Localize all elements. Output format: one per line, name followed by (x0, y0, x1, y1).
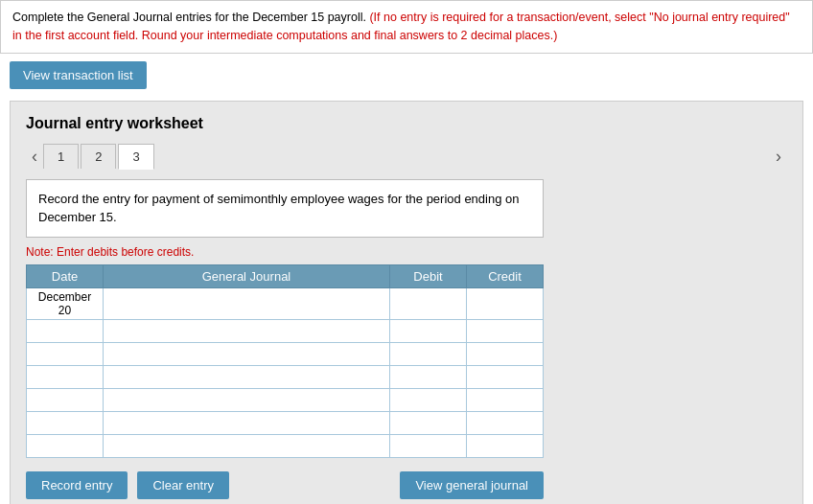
col-header-debit: Debit (390, 264, 467, 287)
credit-input-6[interactable] (467, 412, 543, 434)
gj-input-cell-1[interactable] (104, 287, 390, 319)
debit-input-3[interactable] (390, 343, 466, 365)
worksheet-container: Journal entry worksheet ‹ 1 2 3 › Record… (10, 101, 803, 505)
table-row (27, 319, 544, 342)
debit-input-cell-5[interactable] (390, 388, 467, 411)
gj-input-4[interactable] (104, 366, 389, 388)
view-general-journal-button[interactable]: View general journal (400, 471, 544, 499)
debit-input-1[interactable] (390, 288, 466, 319)
gj-input-cell-3[interactable] (104, 342, 390, 365)
debit-input-7[interactable] (390, 435, 466, 457)
tab-2[interactable]: 2 (81, 144, 116, 169)
record-entry-button[interactable]: Record entry (26, 471, 128, 499)
note-text: Note: Enter debits before credits. (26, 245, 787, 259)
credit-input-cell-2[interactable] (467, 319, 544, 342)
debit-input-cell-6[interactable] (390, 411, 467, 434)
debit-input-5[interactable] (390, 389, 466, 411)
col-header-general-journal: General Journal (104, 264, 390, 287)
action-buttons: Record entry Clear entry View general jo… (26, 471, 544, 499)
gj-input-2[interactable] (104, 320, 389, 342)
table-row (27, 411, 544, 434)
table-row (27, 388, 544, 411)
debit-input-2[interactable] (390, 320, 466, 342)
tab-prev-arrow[interactable]: ‹ (26, 145, 43, 169)
table-row (27, 434, 544, 457)
view-transaction-button[interactable]: View transaction list (10, 61, 147, 89)
instruction-banner: Complete the General Journal entries for… (0, 0, 813, 54)
date-cell-3 (27, 342, 104, 365)
credit-input-7[interactable] (467, 435, 543, 457)
gj-input-5[interactable] (104, 389, 389, 411)
gj-input-6[interactable] (104, 412, 389, 434)
worksheet-title: Journal entry worksheet (26, 115, 787, 132)
credit-input-cell-3[interactable] (467, 342, 544, 365)
table-row (27, 365, 544, 388)
debit-input-cell-3[interactable] (390, 342, 467, 365)
credit-input-2[interactable] (467, 320, 543, 342)
instruction-main: Complete the General Journal entries for… (12, 11, 366, 24)
gj-input-cell-6[interactable] (104, 411, 390, 434)
credit-input-4[interactable] (467, 366, 543, 388)
date-cell-6 (27, 411, 104, 434)
gj-input-cell-7[interactable] (104, 434, 390, 457)
tab-3[interactable]: 3 (118, 144, 153, 170)
credit-input-cell-6[interactable] (467, 411, 544, 434)
entry-description-text: Record the entry for payment of semimont… (38, 192, 520, 225)
gj-input-1[interactable] (104, 288, 389, 319)
date-cell-5 (27, 388, 104, 411)
credit-input-3[interactable] (467, 343, 543, 365)
date-cell-2 (27, 319, 104, 342)
credit-input-cell-4[interactable] (467, 365, 544, 388)
credit-input-cell-5[interactable] (467, 388, 544, 411)
table-row: December20 (27, 287, 544, 319)
debit-input-4[interactable] (390, 366, 466, 388)
gj-input-cell-5[interactable] (104, 388, 390, 411)
tabs-nav: ‹ 1 2 3 › (26, 144, 787, 170)
credit-input-5[interactable] (467, 389, 543, 411)
debit-input-6[interactable] (390, 412, 466, 434)
entry-description-box: Record the entry for payment of semimont… (26, 179, 544, 238)
gj-input-cell-2[interactable] (104, 319, 390, 342)
gj-input-cell-4[interactable] (104, 365, 390, 388)
debit-input-cell-1[interactable] (390, 287, 467, 319)
col-header-date: Date (27, 264, 104, 287)
credit-input-cell-7[interactable] (467, 434, 544, 457)
gj-input-7[interactable] (104, 435, 389, 457)
date-cell-4 (27, 365, 104, 388)
debit-input-cell-4[interactable] (390, 365, 467, 388)
table-row (27, 342, 544, 365)
credit-input-cell-1[interactable] (467, 287, 544, 319)
tab-1[interactable]: 1 (43, 144, 79, 169)
date-cell-7 (27, 434, 104, 457)
credit-input-1[interactable] (467, 288, 543, 319)
col-header-credit: Credit (467, 264, 544, 287)
journal-table: Date General Journal Debit Credit Decemb… (26, 264, 544, 458)
debit-input-cell-7[interactable] (390, 434, 467, 457)
gj-input-3[interactable] (104, 343, 389, 365)
debit-input-cell-2[interactable] (390, 319, 467, 342)
date-cell: December20 (27, 287, 104, 319)
clear-entry-button[interactable]: Clear entry (137, 471, 229, 499)
tab-next-arrow[interactable]: › (770, 145, 787, 169)
